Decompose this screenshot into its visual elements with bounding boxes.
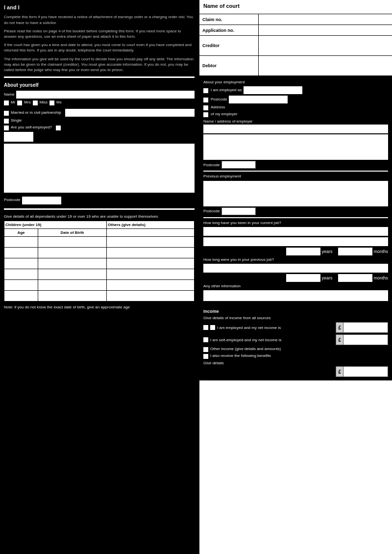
benefits-label: I also receive the following benefits xyxy=(210,353,388,358)
employer-name-label: Name / address of employer xyxy=(203,119,388,124)
employed-income-cb[interactable] xyxy=(203,325,208,330)
checkbox-mr[interactable] xyxy=(4,101,9,105)
table-row xyxy=(4,291,195,302)
court-name-section: Name of court xyxy=(199,0,392,14)
court-name-label: Name of court xyxy=(203,3,388,9)
others-data-header xyxy=(107,229,195,237)
current-years-input[interactable] xyxy=(286,248,320,255)
dependants-subheader: Age Date of Birth xyxy=(4,229,195,237)
claim-no-label: Claim no. xyxy=(199,14,258,25)
employed-checkbox2[interactable] xyxy=(203,98,208,102)
employed-row3: Address xyxy=(203,105,388,110)
dob-header: Date of Birth xyxy=(38,229,107,237)
benefits-input[interactable] xyxy=(343,367,388,377)
employed-income-input[interactable] xyxy=(343,323,388,332)
prev-job-label: How long were you in your previous job? xyxy=(203,257,388,262)
application-no-value[interactable] xyxy=(258,25,392,35)
other-specify-input[interactable] xyxy=(65,109,195,117)
other-income-cb[interactable] xyxy=(203,347,208,352)
name-input[interactable] xyxy=(16,91,195,99)
employer-postcode-input[interactable] xyxy=(221,161,256,169)
employment-dark-section: About your employment I am employed as P… xyxy=(199,76,392,305)
benefits-cb[interactable] xyxy=(203,354,208,359)
income-intro: Give details of income from all sources xyxy=(203,316,388,320)
checkbox-mr-row: Mr xyxy=(4,100,15,105)
checkbox-ms[interactable] xyxy=(49,101,54,105)
hr1 xyxy=(203,171,388,172)
intro-text-1: Complete this form if you have received … xyxy=(4,14,195,25)
section-divider-1 xyxy=(4,76,195,78)
current-job-name-input[interactable] xyxy=(203,227,388,236)
prev-job-input[interactable] xyxy=(203,264,388,273)
other-income-row: Other income (give details and amounts) xyxy=(203,347,388,352)
benefits-row: I also receive the following benefits Gi… xyxy=(203,353,388,377)
employer-name-input[interactable] xyxy=(203,125,388,133)
current-job-duration-row: years months xyxy=(203,248,388,255)
benefits-details: Give details £ xyxy=(203,361,388,377)
prev-postcode-row: Postcode xyxy=(203,207,388,215)
employed-income-cb2[interactable] xyxy=(210,325,215,330)
employed-income-row: I am employed and my net income is £ xyxy=(203,322,388,333)
debtor-value[interactable] xyxy=(258,56,392,76)
prev-postcode-input[interactable] xyxy=(221,207,256,215)
checkbox-married[interactable] xyxy=(4,111,9,116)
prev-months-input[interactable] xyxy=(338,274,372,282)
prev-job-duration-row: years months xyxy=(203,274,388,282)
selfemployed-income-cb[interactable] xyxy=(203,337,208,342)
intro-text-2: Please read the notes on page 4 of the b… xyxy=(4,28,195,39)
employed-checkbox[interactable] xyxy=(203,88,208,93)
left-title: I and I xyxy=(4,4,195,11)
checkbox-mrs-row: Mrs xyxy=(17,100,30,105)
creditor-row: Creditor xyxy=(199,36,392,56)
employed-as-input[interactable] xyxy=(244,86,302,94)
prev-employer-addr-tall[interactable] xyxy=(203,181,388,206)
employed-income-input-group: £ xyxy=(336,322,388,333)
checkbox-miss[interactable] xyxy=(33,101,38,105)
employed-checkbox4[interactable] xyxy=(203,112,208,117)
current-years-label: years xyxy=(321,249,332,254)
postcode-input[interactable] xyxy=(22,197,61,204)
creditor-value[interactable] xyxy=(258,36,392,55)
current-job-addr-input[interactable] xyxy=(203,237,388,246)
checkbox-selfemployed-yes[interactable] xyxy=(56,126,61,130)
employer-postcode-label: Postcode xyxy=(203,163,220,167)
employer-postcode-row: Postcode xyxy=(203,161,388,169)
table-row xyxy=(4,269,195,280)
current-months-input[interactable] xyxy=(338,248,372,255)
self-employed-details-input[interactable] xyxy=(4,132,33,142)
checkbox-mr-label: Mr xyxy=(11,100,15,105)
employed-row4: of my employer xyxy=(203,112,388,117)
employed-row: I am employed as xyxy=(203,86,388,94)
checkbox-mrs[interactable] xyxy=(17,101,22,105)
employer-addr-tall[interactable] xyxy=(203,134,388,160)
debtor-label: Debtor xyxy=(199,56,258,76)
checkbox-single-label: Single xyxy=(11,118,22,123)
income-section: Income Give details of income from all s… xyxy=(199,307,392,380)
debtor-row: Debtor xyxy=(199,56,392,76)
prev-years-input[interactable] xyxy=(286,274,320,282)
other-info-input[interactable] xyxy=(203,290,388,301)
employed-income-label: I am employed and my net income is xyxy=(217,326,336,330)
employed-postcode-input[interactable] xyxy=(229,96,288,103)
name-label: Name xyxy=(4,92,14,97)
postcode-row: Postcode xyxy=(4,197,195,204)
checkbox-miss-row: Miss xyxy=(33,100,48,105)
left-column: I and I Complete this form if you have r… xyxy=(0,0,198,554)
employment-intro-1: About your employment xyxy=(203,79,388,85)
intro-text-3: If the court has given you a time and da… xyxy=(4,42,195,53)
claim-no-value[interactable] xyxy=(258,14,392,25)
dependants-section: Give details of all dependants under 19 … xyxy=(4,214,195,302)
checkbox-miss-label: Miss xyxy=(40,100,48,105)
section1-title: About yourself xyxy=(4,82,195,89)
checkbox-selfemployed[interactable] xyxy=(4,126,9,130)
checkbox-single[interactable] xyxy=(4,119,9,124)
employed-label: I am employed as xyxy=(211,88,242,93)
benefits-input-group: £ xyxy=(336,366,388,377)
checkbox-mrs-label: Mrs xyxy=(24,100,30,105)
children-header: Children (under 19) xyxy=(4,221,107,229)
age-header: Age xyxy=(4,229,38,237)
table-row xyxy=(4,237,195,248)
address-textarea[interactable] xyxy=(4,144,195,193)
selfemployed-income-input[interactable] xyxy=(343,335,388,345)
employed-checkbox3[interactable] xyxy=(203,105,208,110)
